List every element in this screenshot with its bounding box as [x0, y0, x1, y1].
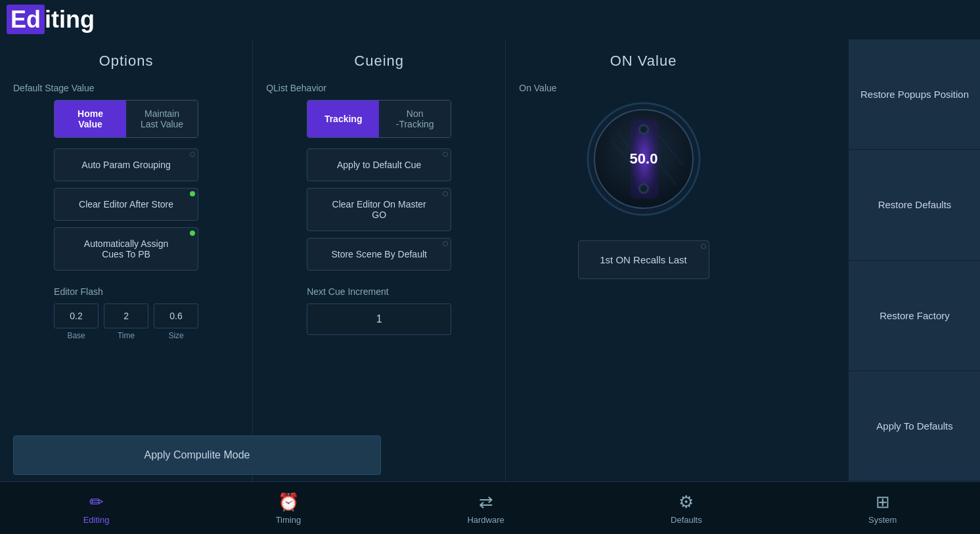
restore-defaults-btn[interactable]: Restore Defaults [849, 150, 980, 260]
store-scene-by-default-btn[interactable]: Store Scene By Default [307, 238, 451, 271]
flash-label-time: Time [104, 331, 148, 340]
nav-timing[interactable]: ⏰ Timing [256, 487, 321, 530]
flash-labels: Base Time Size [54, 331, 198, 340]
default-stage-label: Default Stage Value [13, 83, 95, 93]
main-content: Options Default Stage Value HomeValue Ma… [0, 39, 980, 481]
nav-defaults-label: Defaults [671, 515, 702, 525]
svg-point-6 [641, 186, 646, 191]
qlist-toggle: Tracking Non-Tracking [307, 100, 451, 138]
flash-base-field[interactable]: 0.2 [54, 303, 99, 328]
editor-flash-label: Editor Flash [54, 286, 198, 297]
tracking-btn[interactable]: Tracking [307, 100, 379, 137]
clear-editor-on-master-go-btn[interactable]: Clear Editor On MasterGO [307, 188, 451, 231]
on-value-section: ON Value On Value [506, 39, 781, 481]
options-section: Options Default Stage Value HomeValue Ma… [0, 39, 253, 481]
system-icon: ⊞ [876, 492, 890, 512]
maintain-last-btn[interactable]: MaintainLast Value [126, 100, 198, 137]
nav-editing[interactable]: ✏ Editing [64, 487, 129, 530]
next-cue-increment-label: Next Cue Increment [307, 286, 451, 297]
bottom-nav: ✏ Editing ⏰ Timing ⇄ Hardware ⚙ Defaults… [0, 481, 980, 534]
title-accent: Ed [7, 5, 45, 34]
spacer [781, 39, 849, 481]
next-cue-field[interactable]: 1 [307, 303, 451, 335]
auto-param-grouping-btn[interactable]: Auto Param Grouping [54, 148, 198, 181]
right-panel: Restore Popups Position Restore Defaults… [849, 39, 980, 481]
defaults-icon: ⚙ [679, 492, 694, 512]
qlist-behavior-label: QList Behavior [266, 83, 326, 93]
flash-label-size: Size [154, 331, 198, 340]
restore-popups-btn[interactable]: Restore Popups Position [849, 39, 980, 150]
nav-editing-label: Editing [83, 515, 110, 525]
options-title: Options [99, 53, 154, 70]
default-stage-toggle: HomeValue MaintainLast Value [54, 100, 198, 138]
non-tracking-btn[interactable]: Non-Tracking [379, 100, 451, 137]
hardware-icon: ⇄ [479, 492, 493, 512]
editing-icon: ✏ [89, 492, 104, 512]
nav-system-label: System [868, 515, 897, 525]
flash-label-base: Base [54, 331, 99, 340]
nav-hardware[interactable]: ⇄ Hardware [447, 487, 523, 530]
recalls-last-btn[interactable]: 1st ON Recalls Last [578, 240, 709, 279]
on-value-title: ON Value [610, 53, 677, 70]
apply-compulite-btn[interactable]: Apply Compulite Mode [13, 435, 381, 475]
title-rest: iting [45, 6, 95, 33]
restore-factory-btn[interactable]: Restore Factory [849, 261, 980, 371]
cueing-section: Cueing QList Behavior Tracking Non-Track… [253, 39, 506, 481]
cueing-title: Cueing [354, 53, 404, 70]
flash-time-field[interactable]: 2 [104, 303, 148, 328]
on-value-knob[interactable]: 50.0 [585, 100, 703, 218]
nav-system[interactable]: ⊞ System [849, 487, 916, 530]
apply-to-defaults-btn[interactable]: Apply To Defaults [849, 371, 980, 481]
nav-defaults[interactable]: ⚙ Defaults [651, 487, 722, 530]
home-value-btn[interactable]: HomeValue [55, 100, 126, 137]
svg-text:50.0: 50.0 [629, 150, 657, 167]
timing-icon: ⏰ [278, 492, 299, 512]
knob-container[interactable]: 50.0 [585, 100, 703, 225]
apply-to-default-cue-btn[interactable]: Apply to Default Cue [307, 148, 451, 181]
svg-point-4 [641, 127, 646, 132]
nav-hardware-label: Hardware [467, 515, 504, 525]
nav-timing-label: Timing [276, 515, 301, 525]
clear-editor-after-store-btn[interactable]: Clear Editor After Store [54, 188, 198, 221]
page-header: Editing [0, 0, 131, 39]
editor-flash-row: 0.2 2 0.6 [54, 303, 198, 328]
auto-assign-cues-btn[interactable]: Automatically AssignCues To PB [54, 227, 198, 271]
on-value-sub-label: On Value [519, 83, 556, 93]
flash-size-field[interactable]: 0.6 [154, 303, 198, 328]
